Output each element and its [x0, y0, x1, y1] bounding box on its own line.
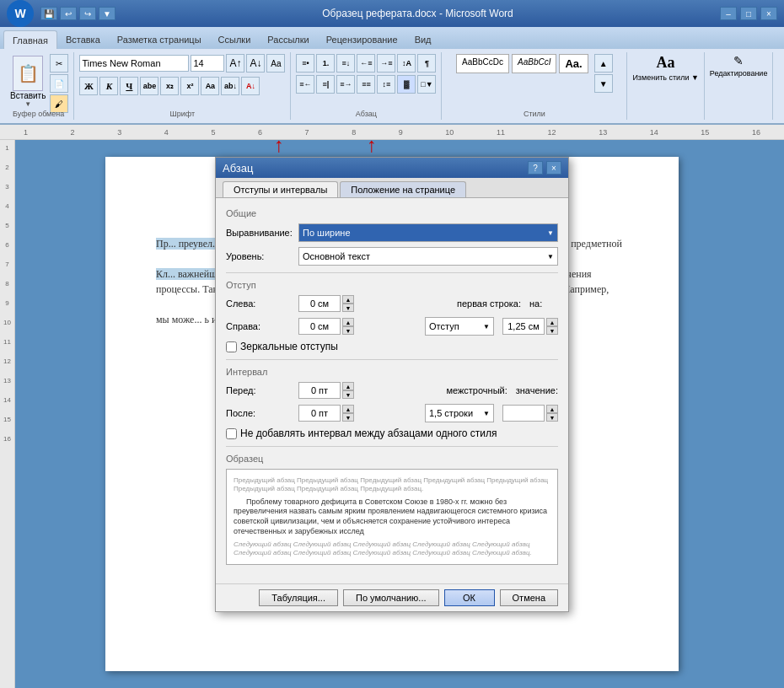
line-spacing-combo[interactable]: 1,5 строки ▼ — [425, 404, 494, 422]
space-before-down[interactable]: ▼ — [342, 390, 354, 399]
style-heading[interactable]: Aa. — [559, 54, 588, 73]
on-input[interactable] — [502, 318, 545, 335]
decrease-font-btn[interactable]: A↓ — [246, 54, 265, 73]
style-less-btn[interactable]: ▼ — [594, 74, 613, 93]
indent-left-input[interactable] — [298, 295, 341, 312]
font-color-button[interactable]: A↓ — [241, 77, 260, 95]
highlight-button[interactable]: ab↓ — [221, 77, 239, 95]
on-down[interactable]: ▼ — [546, 326, 558, 335]
style-emphasis[interactable]: AaBbCcI — [512, 54, 556, 73]
style-more-btn[interactable]: ▲ — [594, 54, 613, 73]
space-after-up[interactable]: ▲ — [342, 405, 354, 413]
bold-button[interactable]: Ж — [79, 77, 98, 95]
close-btn[interactable]: × — [760, 7, 777, 20]
align-right-button[interactable]: ≡→ — [336, 75, 355, 94]
show-marks-button[interactable]: ¶ — [417, 54, 436, 73]
tab-line-page[interactable]: Положение на странице — [340, 181, 466, 197]
tab-mailings[interactable]: Рассылки — [259, 30, 317, 49]
paste-icon: 📋 — [13, 56, 43, 91]
alignment-combo[interactable]: По ширине ▼ — [298, 223, 558, 242]
spacing-value-down[interactable]: ▼ — [546, 413, 558, 422]
editing-label: Редактирование — [710, 69, 768, 78]
default-button[interactable]: По умолчанию... — [343, 589, 439, 606]
mirror-indents-label: Зеркальные отступы — [240, 341, 338, 352]
cancel-button[interactable]: Отмена — [500, 589, 558, 606]
space-before-input[interactable] — [298, 382, 341, 399]
level-combo[interactable]: Основной текст ▼ — [298, 247, 558, 266]
align-left-button[interactable]: ≡← — [296, 75, 314, 94]
underline-button[interactable]: Ч — [120, 77, 138, 95]
font-name-input[interactable] — [79, 55, 189, 72]
style-normal[interactable]: AaBbCcDc — [456, 54, 509, 73]
spacing-value-input[interactable] — [502, 405, 545, 422]
indent-left-row: Слева: ▲ ▼ первая строка: на: — [226, 295, 558, 312]
text-effects-button[interactable]: Aa — [201, 77, 219, 95]
indent-left-down[interactable]: ▼ — [342, 304, 354, 312]
tab-references[interactable]: Ссылки — [210, 30, 260, 49]
group-font: A↑ A↓ Aa Ж К Ч abe x₂ x² Aa ab↓ A↓ Шрифт — [74, 52, 291, 120]
dialog-close-btn[interactable]: × — [546, 161, 561, 175]
italic-button[interactable]: К — [99, 77, 118, 95]
undo-btn[interactable]: ↩ — [60, 7, 77, 20]
dialog-title-bar: Абзац ? × — [216, 158, 568, 178]
maximize-btn[interactable]: □ — [740, 7, 757, 20]
font-size-input[interactable] — [191, 55, 224, 72]
indent-right-down[interactable]: ▼ — [342, 326, 354, 335]
editing-btn[interactable]: ✎ Редактирование — [710, 54, 768, 78]
spacing-value-up[interactable]: ▲ — [546, 405, 558, 413]
increase-indent-button[interactable]: →≡ — [377, 54, 395, 73]
tab-indent-spacing[interactable]: Отступы и интервалы — [223, 181, 338, 197]
space-after-input[interactable] — [298, 405, 341, 422]
strikethrough-button[interactable]: abe — [140, 77, 158, 95]
indent-left-up[interactable]: ▲ — [342, 295, 354, 304]
bullets-button[interactable]: ≡• — [296, 54, 314, 73]
tab-layout[interactable]: Разметка страницы — [109, 30, 210, 49]
styles-label: Стили — [524, 110, 545, 118]
sort-button[interactable]: ↕A — [397, 54, 416, 73]
first-line-combo[interactable]: Отступ ▼ — [425, 317, 494, 336]
change-styles-btn[interactable]: Aa Изменить стили ▼ — [632, 54, 698, 82]
first-line-label: первая строка: — [457, 298, 521, 309]
level-value: Основной текст — [303, 251, 370, 261]
indent-right-spinner: ▲ ▼ — [342, 318, 354, 335]
customize-btn[interactable]: ▼ — [99, 7, 115, 20]
justify-button[interactable]: ≡≡ — [357, 75, 375, 94]
line-spacing-button[interactable]: ↕≡ — [377, 75, 395, 94]
font-label: Шрифт — [170, 110, 196, 118]
dialog-help-btn[interactable]: ? — [528, 161, 543, 175]
redo-btn[interactable]: ↪ — [79, 7, 96, 20]
multilevel-button[interactable]: ≡↓ — [336, 54, 355, 73]
tab-view[interactable]: Вид — [406, 30, 440, 49]
para-row1: ≡• 1. ≡↓ ←≡ →≡ ↕A ¶ — [296, 54, 436, 73]
paste-button[interactable]: 📋 Вставить ▼ — [8, 54, 47, 110]
indent-right-input[interactable] — [298, 318, 341, 335]
tab-button[interactable]: Табуляция... — [259, 589, 338, 606]
superscript-button[interactable]: x² — [180, 77, 199, 95]
paste-dropdown[interactable]: ▼ — [24, 100, 31, 108]
numbering-button[interactable]: 1. — [316, 54, 335, 73]
minimize-btn[interactable]: – — [720, 7, 737, 20]
space-after-down[interactable]: ▼ — [342, 413, 354, 422]
subscript-button[interactable]: x₂ — [160, 77, 179, 95]
increase-font-btn[interactable]: A↑ — [226, 54, 244, 73]
spacing-value-spin: ▲ ▼ — [502, 405, 558, 422]
save-btn[interactable]: 💾 — [40, 7, 57, 20]
cut-button[interactable]: ✂ — [50, 54, 68, 73]
shading-button[interactable]: ▓ — [397, 75, 416, 94]
no-add-space-label: Не добавлять интервал между абзацами одн… — [240, 427, 497, 439]
space-before-up[interactable]: ▲ — [342, 382, 354, 390]
clear-format-btn[interactable]: Aa — [266, 54, 285, 73]
ok-button[interactable]: ОК — [444, 589, 495, 606]
tab-review[interactable]: Рецензирование — [318, 30, 406, 49]
border-button[interactable]: □▼ — [417, 75, 436, 94]
indent-right-up[interactable]: ▲ — [342, 318, 354, 326]
decrease-indent-button[interactable]: ←≡ — [357, 54, 375, 73]
copy-button[interactable]: 📄 — [50, 74, 68, 93]
tab-insert[interactable]: Вставка — [57, 30, 109, 49]
no-add-space-checkbox[interactable] — [226, 428, 237, 439]
mirror-indents-checkbox[interactable] — [226, 341, 237, 352]
indent-right-spin: ▲ ▼ — [298, 318, 354, 335]
tab-home[interactable]: Главная — [3, 30, 57, 49]
align-center-button[interactable]: ≡| — [316, 75, 335, 94]
on-up[interactable]: ▲ — [546, 318, 558, 326]
